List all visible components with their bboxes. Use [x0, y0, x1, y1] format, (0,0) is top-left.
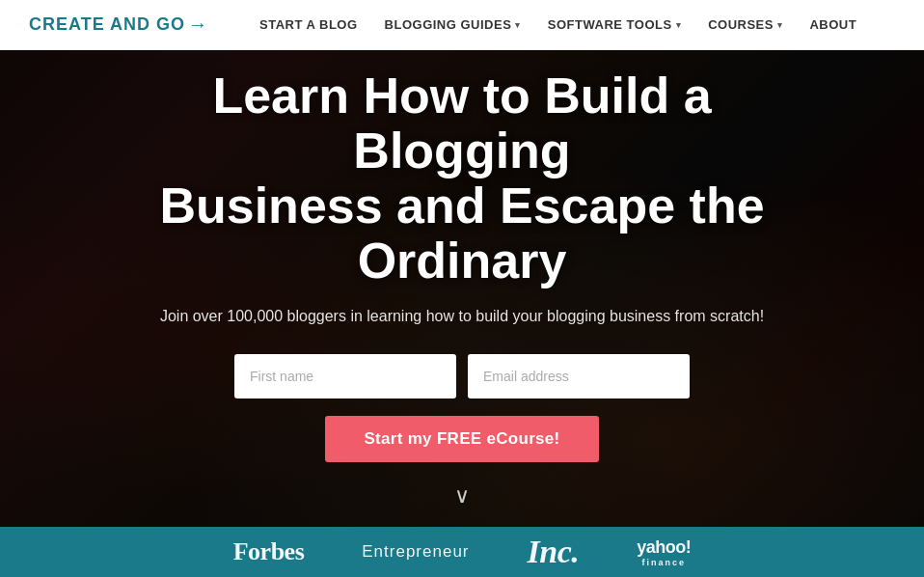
hero-subtitle: Join over 100,000 bloggers in learning h…	[124, 308, 800, 325]
nav-item-courses[interactable]: COURSES ▾	[694, 17, 796, 32]
press-logo-yahoo: yahoo!finance	[637, 537, 691, 567]
press-logo-inc: Inc.	[528, 534, 580, 570]
scroll-down-icon[interactable]: ∨	[124, 483, 800, 508]
firstname-input[interactable]	[234, 354, 456, 398]
cta-button[interactable]: Start my FREE eCourse!	[325, 416, 598, 462]
email-input[interactable]	[468, 354, 690, 398]
press-bar: Forbes Entrepreneur Inc. yahoo!finance	[0, 527, 924, 577]
nav-item-blogging-guides[interactable]: BLOGGING GUIDES ▾	[371, 17, 534, 32]
hero-section: Learn How to Build a Blogging Business a…	[0, 50, 924, 527]
chevron-down-icon: ▾	[777, 20, 783, 30]
site-header: CREATE AND GO → START A BLOG BLOGGING GU…	[0, 0, 924, 50]
hero-form	[124, 354, 800, 398]
press-logo-entrepreneur: Entrepreneur	[362, 542, 469, 562]
chevron-down-icon: ▾	[676, 20, 682, 30]
logo-text: CREATE AND GO	[29, 14, 185, 35]
logo-arrow-icon: →	[188, 14, 207, 36]
press-logo-forbes: Forbes	[233, 537, 305, 566]
hero-title: Learn How to Build a Blogging Business a…	[124, 69, 800, 289]
nav-item-about[interactable]: ABOUT	[796, 17, 870, 32]
nav-item-software-tools[interactable]: SOFTWARE TOOLS ▾	[534, 17, 694, 32]
main-nav: START A BLOG BLOGGING GUIDES ▾ SOFTWARE …	[246, 17, 870, 32]
nav-item-start-a-blog[interactable]: START A BLOG	[246, 17, 371, 32]
site-logo[interactable]: CREATE AND GO →	[29, 14, 207, 36]
hero-content: Learn How to Build a Blogging Business a…	[86, 69, 838, 509]
chevron-down-icon: ▾	[515, 20, 521, 30]
